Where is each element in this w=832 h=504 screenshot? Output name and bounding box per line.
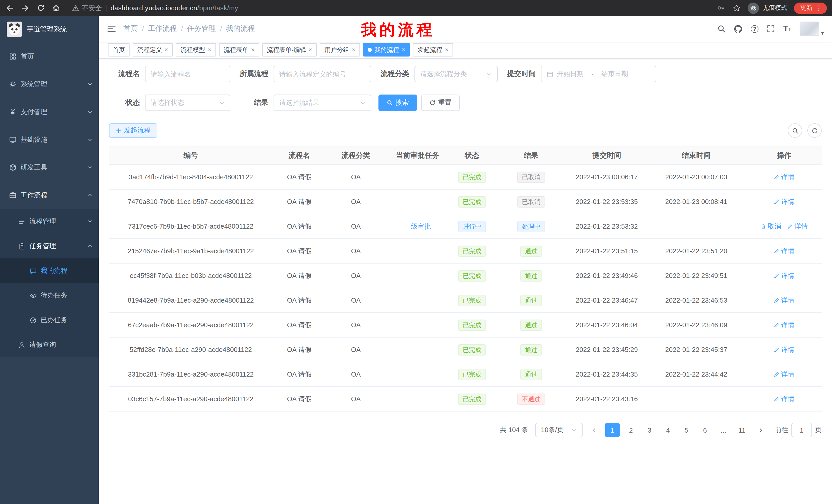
- tab-process-form[interactable]: 流程表单 ×: [219, 43, 259, 57]
- task-link[interactable]: 一级审批: [404, 222, 431, 231]
- font-size-icon[interactable]: TT: [783, 24, 791, 33]
- submit-time-range-picker[interactable]: 开始日期 - 结束日期: [541, 66, 656, 82]
- close-icon[interactable]: ×: [445, 47, 448, 53]
- home-icon[interactable]: [51, 3, 61, 12]
- cell-category: OA: [326, 165, 386, 189]
- process-def-input[interactable]: [279, 70, 366, 78]
- address-bar[interactable]: 不安全 dashboard.yudao.iocoder.cn/bpm/task/…: [72, 3, 710, 12]
- pages-ellipsis[interactable]: …: [716, 423, 731, 437]
- password-key-icon[interactable]: [716, 3, 725, 12]
- cell-status: 已完成: [449, 189, 495, 214]
- page-button-3[interactable]: 3: [642, 423, 657, 437]
- next-page-button[interactable]: [753, 423, 768, 437]
- sidebar-item-system[interactable]: 系统管理: [0, 71, 99, 98]
- reload-icon[interactable]: [36, 3, 45, 12]
- sidebar-item-workflow[interactable]: 工作流程: [0, 181, 99, 209]
- page-button-11[interactable]: 11: [735, 423, 749, 437]
- sidebar-item-todo-tasks[interactable]: 待办任务: [0, 283, 99, 308]
- start-process-button[interactable]: 发起流程: [109, 123, 157, 138]
- sidebar-item-process-management[interactable]: 流程管理: [0, 209, 99, 234]
- close-icon[interactable]: ×: [164, 47, 168, 53]
- tab-user-group[interactable]: 用户分组 ×: [320, 43, 360, 57]
- category-select[interactable]: 请选择流程分类: [414, 66, 498, 82]
- bookmark-star-icon[interactable]: [732, 3, 741, 12]
- show-search-button[interactable]: [788, 123, 802, 138]
- page-button-4[interactable]: 4: [661, 423, 675, 437]
- cell-id: 7470a810-7b9b-11ec-b5b7-acde48001122: [109, 189, 272, 214]
- page-button-6[interactable]: 6: [698, 423, 712, 437]
- col-status: 状态: [449, 146, 495, 165]
- detail-link[interactable]: 详情: [774, 370, 795, 379]
- table-row: 7470a810-7b9b-11ec-b5b7-acde48001122 OA …: [109, 189, 822, 214]
- warning-icon: [72, 4, 79, 11]
- user-avatar-dropdown[interactable]: ▾: [800, 22, 824, 36]
- search-button[interactable]: 搜索: [379, 94, 417, 111]
- github-icon[interactable]: [734, 24, 743, 33]
- detail-link[interactable]: 详情: [774, 271, 795, 280]
- tab-home[interactable]: 首页: [108, 43, 130, 57]
- refresh-table-button[interactable]: [807, 123, 822, 138]
- sidebar-item-done-tasks[interactable]: 已办任务: [0, 308, 99, 332]
- page-button-2[interactable]: 2: [624, 423, 638, 437]
- sidebar-item-infrastructure[interactable]: 基础设施: [0, 126, 99, 153]
- status-select[interactable]: 请选择状态: [145, 94, 230, 111]
- update-button[interactable]: 更新 ⋮: [794, 2, 827, 13]
- breadcrumb-item[interactable]: 首页: [123, 24, 138, 33]
- cell-status: 已完成: [449, 288, 495, 313]
- tab-my-process[interactable]: 我的流程 ×: [363, 43, 410, 57]
- breadcrumb-item[interactable]: 任务管理: [187, 24, 216, 33]
- category-label: 流程分类: [379, 69, 409, 79]
- prev-page-button[interactable]: [587, 423, 601, 437]
- sidebar-item-my-process[interactable]: 我的流程: [0, 258, 99, 283]
- goto-page-input[interactable]: [791, 423, 812, 437]
- detail-link[interactable]: 详情: [774, 172, 795, 181]
- cell-submit-time: 2022-01-22 23:51:15: [568, 239, 646, 263]
- cell-result: 已取消: [495, 165, 568, 189]
- forward-icon[interactable]: [21, 3, 30, 12]
- sidebar-item-payment[interactable]: 支付管理: [0, 98, 99, 126]
- cell-name: OA 请假: [272, 362, 326, 387]
- close-icon[interactable]: ×: [208, 47, 211, 53]
- security-status[interactable]: 不安全: [72, 3, 102, 12]
- detail-link[interactable]: 详情: [774, 296, 795, 305]
- goto-prefix: 前往: [775, 425, 788, 435]
- back-icon[interactable]: [5, 3, 15, 12]
- close-icon[interactable]: ×: [251, 47, 255, 53]
- page-button-5[interactable]: 5: [679, 423, 694, 437]
- cancel-link[interactable]: 取消: [760, 222, 781, 231]
- hamburger-icon[interactable]: [107, 25, 116, 33]
- sidebar-item-task-management[interactable]: 任务管理: [0, 234, 99, 258]
- detail-link[interactable]: 详情: [774, 320, 795, 330]
- fullscreen-icon[interactable]: [767, 25, 775, 33]
- tab-process-definition[interactable]: 流程定义 ×: [133, 43, 173, 57]
- incognito-badge[interactable]: 无痕模式: [748, 2, 787, 13]
- tab-process-form-edit[interactable]: 流程表单-编辑 ×: [262, 43, 317, 57]
- result-select[interactable]: 请选择流结果: [274, 94, 371, 111]
- sidebar-item-devtools[interactable]: 研发工具: [0, 153, 99, 181]
- tab-process-model[interactable]: 流程模型 ×: [176, 43, 216, 57]
- close-icon[interactable]: ×: [309, 47, 312, 53]
- goto-page: 前往 页: [775, 423, 822, 437]
- reset-button[interactable]: 重置: [421, 94, 460, 111]
- page-size-select[interactable]: 10条/页: [535, 423, 582, 437]
- tab-start-process[interactable]: 发起流程 ×: [413, 43, 453, 57]
- breadcrumb-item[interactable]: 工作流程: [148, 24, 177, 33]
- sidebar-item-home[interactable]: 首页: [0, 43, 99, 71]
- detail-link[interactable]: 详情: [774, 345, 795, 354]
- help-icon[interactable]: ?: [751, 25, 758, 33]
- process-name-label: 流程名: [109, 69, 140, 79]
- detail-link[interactable]: 详情: [774, 197, 795, 206]
- detail-link[interactable]: 详情: [774, 394, 795, 403]
- process-name-input[interactable]: [151, 70, 225, 78]
- detail-link[interactable]: 详情: [787, 222, 808, 231]
- detail-link[interactable]: 详情: [774, 246, 795, 256]
- close-icon[interactable]: ×: [352, 47, 355, 53]
- cell-end-time: 2022-01-22 23:51:20: [646, 239, 747, 263]
- browser-menu-icon[interactable]: ⋮: [815, 4, 822, 12]
- cell-task: [386, 362, 449, 387]
- app-logo-row[interactable]: 芋道管理系统: [0, 16, 99, 43]
- close-icon[interactable]: ×: [401, 47, 405, 53]
- search-icon[interactable]: [717, 25, 726, 33]
- page-button-1[interactable]: 1: [605, 423, 620, 437]
- sidebar-item-leave-query[interactable]: 请假查询: [0, 332, 99, 357]
